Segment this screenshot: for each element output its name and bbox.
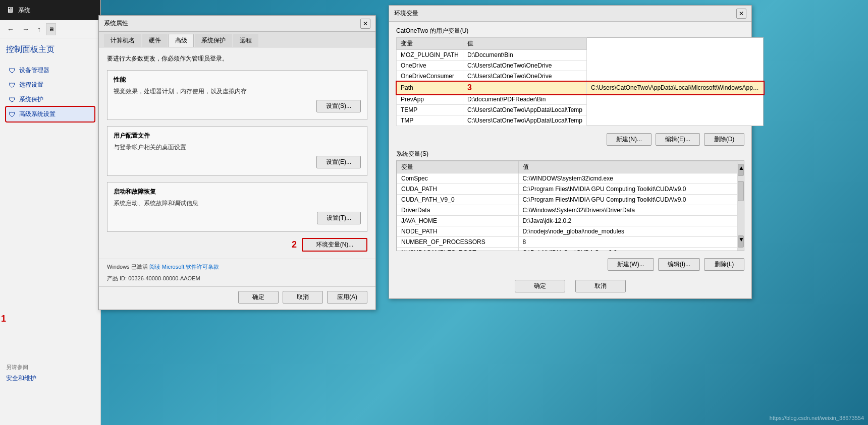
sysprop-cancel-button[interactable]: 取消 [283, 291, 323, 303]
envvars-ok-button[interactable]: 确定 [515, 280, 565, 292]
sidebar-label-advanced-settings: 高级系统设置 [19, 110, 56, 118]
sys-var-row[interactable]: NODE_PATHD:\nodejs\node_global\node_modu… [397, 226, 744, 237]
sysprop-tabs: 计算机名 硬件 高级 系统保护 远程 [99, 32, 375, 47]
user-var-value: D:\Document\Bin [463, 50, 586, 60]
sysprop-title-bar: 系统属性 ✕ [99, 16, 375, 32]
tab-remote[interactable]: 远程 [233, 34, 258, 47]
user-vars-section: CatOneTwo 的用户变量(U) 变量 值 MOZ_PLUGIN_PATHD… [396, 27, 744, 126]
sys-var-name: JAVA_HOME [397, 216, 519, 226]
security-maintenance-link[interactable]: 安全和维护 [6, 374, 36, 383]
performance-desc: 视觉效果，处理器计划，内存使用，以及虚拟内存 [114, 87, 361, 96]
sys-vars-section: 系统变量(S) 变量 值 ComSpecC:\WINDOWS\system32\… [396, 150, 744, 251]
user-profiles-settings-button[interactable]: 设置(E)... [316, 156, 361, 168]
sysprop-ok-button[interactable]: 确定 [238, 291, 279, 303]
scrollbar-track[interactable]: ▲ ▼ [737, 161, 744, 251]
user-delete-button[interactable]: 删除(D) [704, 133, 744, 146]
user-var-name: PrevApp [397, 94, 463, 105]
sidebar-item-remote-settings[interactable]: 🛡 远程设置 [6, 78, 94, 92]
sys-var-value: C:\Program Files\NVIDIA GPU Computing To… [518, 184, 743, 195]
nav-forward-button[interactable]: → [19, 24, 32, 34]
sys-var-row[interactable]: NVCUDASAMPLES_ROOTC:\P...\ NVIDIA C... \… [397, 248, 744, 252]
user-vars-col-value: 值 [463, 38, 586, 50]
watermark: https://blog.csdn.net/weixin_38673554 [770, 415, 864, 421]
shield-icon-4: 🛡 [8, 110, 16, 118]
sys-var-value: 8 [518, 237, 743, 248]
user-vars-title: CatOneTwo 的用户变量(U) [396, 27, 744, 35]
system-panel-title: 系统 [18, 6, 30, 15]
system-properties-dialog: 系统属性 ✕ 计算机名 硬件 高级 系统保护 远程 要进行大多数更改，你必须作为… [98, 15, 376, 310]
tab-hardware[interactable]: 硬件 [142, 34, 168, 47]
tab-advanced[interactable]: 高级 [169, 34, 194, 47]
admin-note: 要进行大多数更改，你必须作为管理员登录。 [107, 54, 367, 63]
sys-edit-button[interactable]: 编辑(I)... [658, 258, 700, 271]
sidebar-item-device-manager[interactable]: 🛡 设备管理器 [6, 63, 94, 78]
sys-delete-button[interactable]: 删除(L) [704, 258, 744, 271]
sys-var-value: C:\WINDOWS\system32\cmd.exe [518, 173, 743, 184]
sidebar-item-system-protection[interactable]: 🛡 系统保护 [6, 92, 94, 107]
scrollbar-thumb[interactable] [738, 181, 744, 201]
user-edit-button[interactable]: 编辑(E)... [656, 133, 700, 146]
startup-section: 启动和故障恢复 系统启动、系统故障和调试信息 设置(T)... [107, 182, 367, 232]
sys-var-row[interactable]: NUMBER_OF_PROCESSORS8 [397, 237, 744, 248]
performance-title: 性能 [114, 76, 361, 84]
ms-license-link[interactable]: 阅读 Microsoft 软件许可条款 [149, 264, 220, 270]
annotation-2: 2 [292, 239, 297, 250]
sys-new-button[interactable]: 新建(W)... [608, 258, 654, 271]
nav-up-button[interactable]: ↑ [34, 24, 44, 34]
scrollbar-down-arrow[interactable]: ▼ [738, 235, 744, 248]
scrollbar-up-arrow[interactable]: ▲ [738, 164, 744, 176]
sysprop-body: 要进行大多数更改，你必须作为管理员登录。 性能 视觉效果，处理器计划，内存使用，… [99, 47, 375, 259]
side-footer-title: 另请参阅 [6, 363, 36, 371]
user-new-button[interactable]: 新建(N)... [607, 133, 652, 146]
user-var-value: C:\Users\CatOneTwo\OneDrive [463, 71, 586, 82]
sysprop-title-text: 系统属性 [104, 19, 128, 28]
sys-vars-col-name: 变量 [397, 161, 519, 173]
sysprop-apply-button[interactable]: 应用(A) [327, 291, 367, 303]
user-var-value: C:\Users\CatOneTwo\AppData\Local\Microso… [587, 82, 764, 94]
nav-back-button[interactable]: ← [4, 24, 17, 34]
user-var-row[interactable]: PrevAppD:\document\PDFReader\Bin [397, 94, 764, 105]
envvars-title-text: 环境变量 [394, 9, 418, 18]
sys-var-name: NUMBER_OF_PROCESSORS [397, 237, 519, 248]
side-footer: 另请参阅 安全和维护 [6, 363, 36, 385]
user-var-row[interactable]: Path3C:\Users\CatOneTwo\AppData\Local\Mi… [397, 82, 764, 94]
user-var-name: MOZ_PLUGIN_PATH [397, 50, 463, 60]
tab-system-protection[interactable]: 系统保护 [195, 34, 232, 47]
envvars-close-button[interactable]: ✕ [736, 9, 746, 19]
sys-var-value: C:\P...\ NVIDIA C... \CUDA S... v9.0 [518, 248, 743, 252]
sys-vars-table: 变量 值 ComSpecC:\WINDOWS\system32\cmd.exeC… [397, 161, 744, 251]
user-var-row[interactable]: OneDriveC:\Users\CatOneTwo\OneDrive [397, 60, 764, 71]
user-var-row[interactable]: TEMPC:\Users\CatOneTwo\AppData\Local\Tem… [397, 105, 764, 115]
sys-vars-col-value: 值 [518, 161, 743, 173]
windows-activation: Windows 已激活 阅读 Microsoft 软件许可条款 [99, 259, 375, 274]
envvars-cancel-button[interactable]: 取消 [575, 280, 626, 292]
tab-computer-name[interactable]: 计算机名 [104, 34, 141, 47]
startup-settings-button[interactable]: 设置(T)... [317, 212, 361, 224]
user-var-row[interactable]: TMPC:\Users\CatOneTwo\AppData\Local\Temp [397, 115, 764, 126]
env-vars-button[interactable]: 环境变量(N)... [302, 238, 367, 252]
sys-var-row[interactable]: JAVA_HOMED:\Java\jdk-12.0.2 [397, 216, 744, 226]
user-var-row[interactable]: MOZ_PLUGIN_PATHD:\Document\Bin [397, 50, 764, 60]
user-profiles-section: 用户配置文件 与登录帐户相关的桌面设置 设置(E)... [107, 126, 367, 176]
shield-icon-1: 🛡 [8, 67, 16, 75]
performance-settings-button[interactable]: 设置(S)... [316, 100, 361, 112]
sys-var-row[interactable]: ComSpecC:\WINDOWS\system32\cmd.exe [397, 173, 744, 184]
product-id: 产品 ID: 00326-40000-00000-AAOEM [99, 274, 375, 286]
sys-var-value: D:\nodejs\node_global\node_modules [518, 226, 743, 237]
sys-var-value: C:\Program Files\NVIDIA GPU Computing To… [518, 195, 743, 205]
sys-var-row[interactable]: CUDA_PATH_V9_0C:\Program Files\NVIDIA GP… [397, 195, 744, 205]
sysprop-close-button[interactable]: ✕ [360, 19, 370, 29]
user-vars-btn-row: 新建(N)... 编辑(E)... 删除(D) [389, 131, 751, 150]
user-var-name: TEMP [397, 105, 463, 115]
sys-var-name: CUDA_PATH_V9_0 [397, 195, 519, 205]
sys-var-row[interactable]: DriverDataC:\Windows\System32\Drivers\Dr… [397, 205, 744, 216]
shield-icon-3: 🛡 [8, 96, 16, 104]
user-vars-col-name: 变量 [397, 38, 463, 50]
user-var-name: OneDrive [397, 60, 463, 71]
sys-var-row[interactable]: CUDA_PATHC:\Program Files\NVIDIA GPU Com… [397, 184, 744, 195]
sys-var-value: C:\Windows\System32\Drivers\DriverData [518, 205, 743, 216]
user-var-name: Path [397, 82, 463, 94]
sidebar-item-advanced-settings[interactable]: 🛡 高级系统设置 [6, 107, 94, 122]
control-panel-home-link[interactable]: 控制面板主页 [6, 44, 94, 55]
user-var-row[interactable]: OneDriveConsumerC:\Users\CatOneTwo\OneDr… [397, 71, 764, 82]
